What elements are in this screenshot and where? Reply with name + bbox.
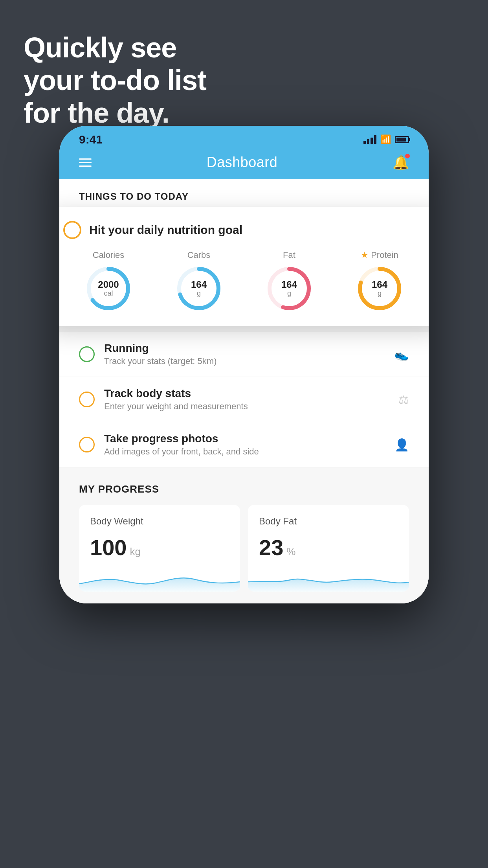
carbs-label: Carbs — [187, 250, 211, 260]
things-section-header: THINGS TO DO TODAY — [59, 179, 429, 210]
phone-mockup: 9:41 📶 Dashboard 🔔 — [59, 126, 429, 603]
fat-stat: Fat 164 g — [266, 250, 313, 312]
wifi-icon: 📶 — [380, 134, 391, 145]
body-stats-subtitle: Enter your weight and measurements — [104, 401, 389, 412]
body-stats-check-circle[interactable] — [79, 392, 95, 407]
carbs-stat: Carbs 164 g — [175, 250, 222, 312]
protein-stat: ★ Protein 164 g — [356, 250, 403, 312]
fat-donut: 164 g — [266, 265, 313, 312]
body-weight-value: 100 kg — [90, 535, 229, 560]
body-weight-chart — [79, 568, 240, 592]
nutrition-stats: Calories 2000 cal — [63, 250, 425, 312]
status-bar: 9:41 📶 — [59, 126, 429, 150]
nutrition-check-circle — [63, 221, 81, 239]
star-icon: ★ — [361, 250, 369, 260]
nutrition-card[interactable]: Hit your daily nutrition goal Calories — [59, 207, 429, 326]
content-area: THINGS TO DO TODAY Hit your daily nutrit… — [59, 179, 429, 603]
calories-donut: 2000 cal — [85, 265, 132, 312]
hero-text: Quickly see your to-do list for the day. — [24, 31, 206, 129]
running-title: Running — [104, 342, 385, 355]
body-fat-card[interactable]: Body Fat 23 % — [248, 505, 409, 592]
body-fat-chart — [248, 568, 409, 592]
photo-icon: 👤 — [394, 438, 409, 452]
protein-donut: 164 g — [356, 265, 403, 312]
header-title: Dashboard — [207, 154, 278, 171]
body-fat-value: 23 % — [259, 535, 398, 560]
hamburger-button[interactable] — [79, 158, 92, 167]
photos-text: Take progress photos Add images of your … — [104, 432, 385, 457]
body-weight-card[interactable]: Body Weight 100 kg — [79, 505, 240, 592]
carbs-donut: 164 g — [175, 265, 222, 312]
calories-label: Calories — [93, 250, 125, 260]
fat-label: Fat — [283, 250, 295, 260]
progress-section-title: MY PROGRESS — [79, 483, 409, 495]
photos-subtitle: Add images of your front, back, and side — [104, 447, 385, 457]
todo-item-running[interactable]: Running Track your stats (target: 5km) 👟 — [59, 332, 429, 377]
phone-wrapper: 9:41 📶 Dashboard 🔔 — [59, 126, 429, 603]
status-time: 9:41 — [79, 133, 103, 146]
battery-icon — [395, 136, 409, 143]
signal-icon — [363, 135, 376, 144]
body-stats-text: Track body stats Enter your weight and m… — [104, 387, 389, 412]
progress-section: MY PROGRESS Body Weight 100 kg — [59, 467, 429, 603]
progress-cards: Body Weight 100 kg — [79, 505, 409, 592]
scale-icon: ⚖ — [398, 393, 409, 406]
todo-list: Running Track your stats (target: 5km) 👟… — [59, 332, 429, 467]
todo-item-photos[interactable]: Take progress photos Add images of your … — [59, 422, 429, 467]
nutrition-card-header: Hit your daily nutrition goal — [63, 221, 425, 239]
photos-check-circle[interactable] — [79, 437, 95, 452]
todo-item-body-stats[interactable]: Track body stats Enter your weight and m… — [59, 377, 429, 422]
body-stats-title: Track body stats — [104, 387, 389, 400]
photos-title: Take progress photos — [104, 432, 385, 445]
calories-stat: Calories 2000 cal — [85, 250, 132, 312]
app-header: Dashboard 🔔 — [59, 150, 429, 179]
nutrition-card-title: Hit your daily nutrition goal — [89, 223, 242, 237]
running-check-circle[interactable] — [79, 346, 95, 362]
status-icons: 📶 — [363, 134, 409, 145]
notification-dot — [405, 154, 410, 158]
body-fat-card-title: Body Fat — [259, 516, 398, 527]
running-icon: 👟 — [394, 348, 409, 361]
protein-label: ★ Protein — [361, 250, 398, 260]
running-text: Running Track your stats (target: 5km) — [104, 342, 385, 366]
body-weight-card-title: Body Weight — [90, 516, 229, 527]
running-subtitle: Track your stats (target: 5km) — [104, 356, 385, 366]
notification-button[interactable]: 🔔 — [393, 154, 409, 170]
